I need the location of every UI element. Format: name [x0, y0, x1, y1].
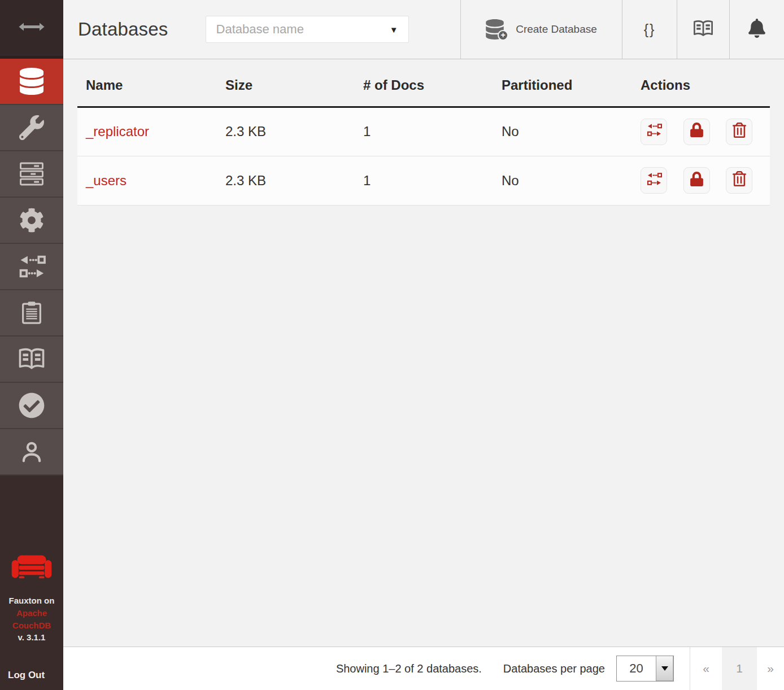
table-row: _users 2.3 KB 1 No: [77, 156, 770, 205]
sidebar: Fauxton on Apache CouchDB v. 3.1.1 Log O…: [0, 0, 63, 690]
column-header-actions: Actions: [632, 59, 770, 107]
trash-icon: [733, 171, 746, 190]
database-icon: [20, 68, 43, 95]
delete-database-button[interactable]: [726, 167, 752, 194]
topbar: Databases ▼ + Create Database {}: [63, 0, 784, 59]
databases-table: Name Size # of Docs Partitioned Actions …: [77, 59, 770, 206]
version-info: Fauxton on Apache CouchDB v. 3.1.1: [0, 595, 63, 644]
set-permissions-button[interactable]: [683, 167, 710, 194]
column-header-size: Size: [217, 59, 355, 107]
curly-braces-icon: {}: [644, 21, 656, 38]
double-arrow-icon: [19, 22, 45, 34]
showing-status-text: Showing 1–2 of 2 databases.: [336, 662, 482, 675]
column-header-partitioned: Partitioned: [493, 59, 632, 107]
delete-database-button[interactable]: [726, 119, 752, 145]
next-page-button[interactable]: »: [757, 647, 784, 690]
documentation-button[interactable]: [677, 0, 729, 59]
notifications-button[interactable]: [729, 0, 784, 59]
branding-line-couchdb: CouchDB: [0, 619, 63, 632]
server-icon: [19, 161, 44, 186]
clipboard-icon: [20, 300, 43, 326]
content-area: Name Size # of Docs Partitioned Actions …: [63, 59, 784, 647]
sidebar-item-active-tasks[interactable]: [0, 151, 63, 198]
replication-icon: [18, 254, 46, 280]
main-area: Databases ▼ + Create Database {}: [63, 0, 784, 690]
branding-line: Fauxton on: [0, 595, 63, 607]
book-icon: [692, 19, 714, 40]
sidebar-item-documentation[interactable]: [0, 337, 63, 383]
couchdb-couch-icon: [0, 554, 63, 586]
select-dropdown-button[interactable]: [656, 656, 673, 681]
lock-icon: [690, 172, 703, 190]
database-plus-icon: +: [486, 19, 507, 40]
sidebar-item-setup[interactable]: [0, 105, 63, 151]
database-link[interactable]: _replicator: [86, 124, 149, 139]
docs-count-cell: 1: [355, 107, 493, 156]
chevron-down-icon: [661, 666, 668, 671]
column-header-name: Name: [77, 59, 217, 107]
sidebar-item-account[interactable]: [0, 429, 63, 475]
sidebar-item-verify[interactable]: [0, 383, 63, 429]
per-page-label: Databases per page: [503, 662, 605, 675]
sidebar-footer: Fauxton on Apache CouchDB v. 3.1.1 Log O…: [0, 554, 63, 690]
logout-button[interactable]: Log Out: [0, 670, 63, 690]
bell-icon: [748, 19, 765, 40]
footer-bar: Showing 1–2 of 2 databases. Databases pe…: [63, 647, 784, 690]
wrench-icon: [19, 115, 44, 140]
per-page-select[interactable]: 20: [616, 656, 674, 682]
branding-line-apache: Apache: [0, 607, 63, 619]
chevron-down-icon[interactable]: ▼: [385, 25, 398, 34]
size-cell: 2.3 KB: [217, 107, 355, 156]
per-page-value: 20: [617, 656, 656, 681]
table-row: _replicator 2.3 KB 1 No: [77, 107, 770, 156]
lock-icon: [690, 123, 703, 141]
database-search-input[interactable]: [216, 22, 385, 37]
replication-icon: [646, 172, 662, 190]
create-database-button[interactable]: + Create Database: [460, 0, 622, 59]
trash-icon: [733, 123, 746, 141]
pagination: « 1 »: [690, 647, 784, 690]
current-page-indicator[interactable]: 1: [722, 647, 757, 690]
plus-icon: +: [498, 30, 508, 41]
sidebar-item-config[interactable]: [0, 198, 63, 244]
previous-page-button[interactable]: «: [690, 647, 722, 690]
replicate-database-button[interactable]: [641, 119, 667, 145]
table-header-row: Name Size # of Docs Partitioned Actions: [77, 59, 770, 107]
column-header-docs: # of Docs: [355, 59, 493, 107]
replicate-database-button[interactable]: [641, 167, 667, 194]
database-search-box[interactable]: ▼: [206, 16, 409, 43]
page-title: Databases: [78, 19, 168, 40]
docs-count-cell: 1: [355, 156, 493, 205]
gear-icon: [19, 208, 44, 233]
set-permissions-button[interactable]: [683, 119, 710, 145]
check-circle-icon: [19, 392, 45, 418]
replication-icon: [646, 123, 662, 141]
topbar-actions: + Create Database {}: [460, 0, 784, 59]
json-api-button[interactable]: {}: [622, 0, 677, 59]
database-link[interactable]: _users: [86, 173, 127, 188]
book-icon: [18, 347, 46, 372]
user-icon: [19, 439, 44, 465]
sidebar-item-replication[interactable]: [0, 244, 63, 290]
sidebar-collapse-button[interactable]: [0, 0, 63, 59]
partitioned-cell: No: [493, 156, 632, 205]
size-cell: 2.3 KB: [217, 156, 355, 205]
create-database-label: Create Database: [516, 23, 597, 36]
branding-version: v. 3.1.1: [0, 631, 63, 644]
sidebar-item-documents[interactable]: [0, 290, 63, 337]
partitioned-cell: No: [493, 107, 632, 156]
sidebar-item-databases[interactable]: [0, 59, 63, 105]
